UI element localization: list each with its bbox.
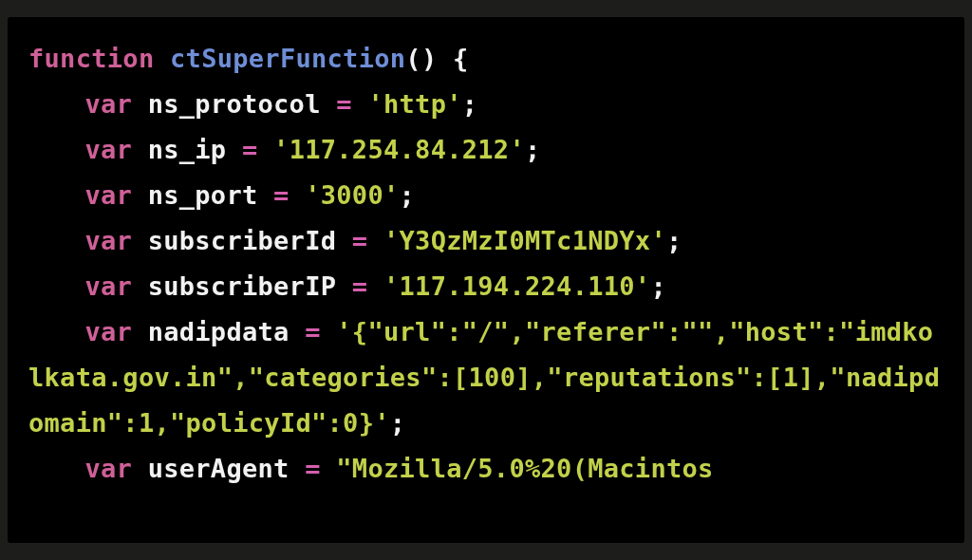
- semicolon: ;: [650, 271, 666, 301]
- editor-frame: function ctSuperFunction() { var ns_prot…: [0, 0, 972, 560]
- string-literal: '117.254.84.212': [273, 135, 525, 164]
- identifier: nadipdata: [148, 317, 290, 346]
- keyword-var: var: [84, 135, 132, 164]
- paren-open: (: [405, 44, 421, 73]
- identifier: ns_protocol: [148, 89, 321, 119]
- string-literal: 'http': [367, 89, 461, 119]
- keyword-var: var: [84, 89, 132, 119]
- operator-eq: =: [305, 454, 321, 483]
- operator-eq: =: [352, 271, 368, 301]
- function-name: ctSuperFunction: [170, 44, 405, 73]
- brace-open: {: [453, 44, 469, 73]
- string-literal: 'Y3QzMzI0MTc1NDYx': [383, 226, 666, 255]
- keyword-var: var: [84, 317, 132, 346]
- identifier: subscriberId: [148, 226, 337, 255]
- operator-eq: =: [352, 226, 368, 255]
- identifier: ns_ip: [148, 135, 227, 164]
- semicolon: ;: [400, 180, 416, 210]
- operator-eq: =: [305, 317, 321, 346]
- paren-close: ): [421, 44, 438, 73]
- string-literal: "Mozilla/5.0%20(Macintos: [336, 454, 713, 483]
- keyword-var: var: [84, 271, 132, 301]
- identifier: userAgent: [148, 454, 290, 483]
- identifier: subscriberIP: [148, 271, 337, 301]
- code-block: function ctSuperFunction() { var ns_prot…: [8, 17, 964, 543]
- keyword-function: function: [28, 44, 154, 73]
- semicolon: ;: [462, 89, 478, 119]
- operator-eq: =: [336, 89, 352, 119]
- operator-eq: =: [242, 135, 258, 164]
- keyword-var: var: [84, 454, 132, 483]
- semicolon: ;: [525, 135, 541, 164]
- keyword-var: var: [84, 226, 132, 255]
- semicolon: ;: [390, 408, 406, 438]
- keyword-var: var: [84, 180, 132, 210]
- operator-eq: =: [273, 180, 290, 210]
- string-literal: '3000': [305, 180, 399, 210]
- semicolon: ;: [666, 226, 682, 255]
- string-literal: '117.194.224.110': [383, 271, 650, 301]
- identifier: ns_port: [148, 180, 258, 210]
